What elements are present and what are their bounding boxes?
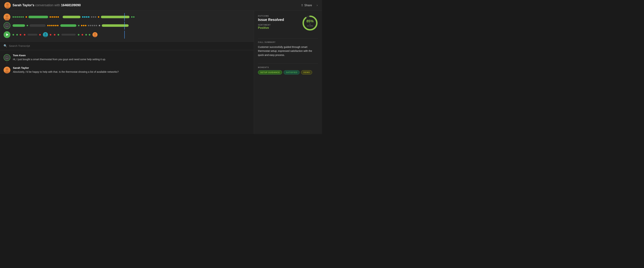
wf-dot bbox=[14, 16, 16, 18]
wf-dot bbox=[94, 25, 95, 26]
wf-dot bbox=[88, 16, 90, 18]
wf-dot bbox=[83, 25, 84, 26]
wf-dot bbox=[92, 25, 93, 26]
ai-score-percent: 85% bbox=[306, 19, 314, 23]
transcript: 🎧 Tom Keen Hi, I just bought a smart the… bbox=[0, 50, 254, 134]
header-title: Sarah Taylor's conversation with 1646810… bbox=[12, 3, 81, 7]
wf-dot bbox=[91, 16, 92, 18]
wf-dot bbox=[98, 16, 99, 18]
chevron-right-icon: › bbox=[317, 3, 318, 7]
wf-dot bbox=[99, 25, 100, 26]
wf-dot bbox=[56, 16, 57, 18]
wf-dot bbox=[52, 16, 53, 18]
timeline-dot bbox=[78, 34, 80, 35]
search-bar: 🔍 bbox=[0, 42, 254, 50]
wf-dot bbox=[84, 16, 86, 18]
wf-dot bbox=[54, 16, 55, 18]
wf-dot bbox=[85, 25, 86, 26]
waveform-section: 🎧 bbox=[0, 11, 254, 42]
wf-dot bbox=[58, 16, 59, 18]
timeline-dot bbox=[12, 34, 14, 35]
timeline-dots-row bbox=[12, 32, 250, 37]
share-button[interactable]: ⇧ Share bbox=[299, 2, 314, 8]
timeline-dot bbox=[16, 34, 18, 35]
share-label: Share bbox=[304, 4, 312, 7]
timeline-row bbox=[4, 31, 250, 39]
track-user-avatar bbox=[4, 13, 10, 20]
playhead-agent bbox=[124, 22, 125, 29]
outcome-text: OUTCOME Issue Resolved SENTIMENT Positiv… bbox=[258, 15, 284, 29]
entry-avatar-wrap-sarah bbox=[4, 66, 10, 74]
phone-number: 16468109090 bbox=[61, 3, 81, 7]
wf-bar bbox=[30, 24, 46, 27]
play-button[interactable] bbox=[4, 31, 10, 38]
wf-dot bbox=[26, 16, 27, 18]
outcome-label: OUTCOME bbox=[258, 15, 284, 17]
timeline-dot bbox=[58, 34, 59, 35]
timeline-avatar bbox=[43, 32, 48, 37]
moment-tag-demo[interactable]: DEMO bbox=[301, 70, 312, 74]
call-summary-section: CALL SUMMARY Customer successfully guide… bbox=[258, 41, 318, 57]
entry-content-sarah: Sarah Taylor Absolutely, I'd be happy to… bbox=[13, 66, 119, 74]
track-row-user bbox=[4, 13, 250, 20]
svg-point-4 bbox=[6, 15, 8, 17]
moments-label: MOMENTS bbox=[258, 66, 318, 68]
timeline-dot bbox=[85, 34, 87, 35]
playhead-timeline bbox=[124, 31, 125, 39]
wf-dot bbox=[50, 16, 51, 18]
wf-dot bbox=[133, 16, 134, 18]
track-row-agent: 🎧 bbox=[4, 22, 250, 29]
call-summary-label: CALL SUMMARY bbox=[258, 41, 318, 43]
wf-row-agent bbox=[12, 24, 250, 27]
timeline-user-avatar bbox=[92, 32, 98, 37]
user-avatar bbox=[4, 2, 11, 8]
timeline-dot bbox=[89, 34, 90, 35]
entry-content-tom: Tom Keen Hi, I just bought a smart therm… bbox=[13, 54, 106, 61]
main: 🎧 bbox=[0, 11, 322, 134]
wf-dot bbox=[96, 25, 97, 26]
timeline-dot-red bbox=[39, 34, 41, 35]
timeline-dot-red bbox=[54, 34, 56, 35]
with-text: conversation with bbox=[35, 3, 60, 7]
search-input[interactable] bbox=[9, 44, 250, 47]
wf-row-user bbox=[12, 16, 250, 18]
timeline-dot-red bbox=[50, 34, 51, 35]
wf-dot bbox=[12, 16, 14, 18]
moment-tag-satisfied[interactable]: SATISFIED bbox=[284, 70, 300, 74]
timeline-bar bbox=[28, 34, 38, 35]
entry-text-sarah: Absolutely, I'd be happy to help with th… bbox=[13, 70, 119, 74]
header: Sarah Taylor's conversation with 1646810… bbox=[0, 0, 322, 11]
thread-line bbox=[7, 62, 7, 63]
donut-center: 85% AI SCORE bbox=[306, 19, 314, 27]
moment-tag-setup[interactable]: SETUP GUIDANCE bbox=[258, 70, 282, 74]
outcome-section: OUTCOME Issue Resolved SENTIMENT Positiv… bbox=[258, 15, 318, 31]
speaker-name-sarah: Sarah Taylor bbox=[13, 66, 119, 69]
wf-dot bbox=[88, 25, 89, 26]
wf-dot bbox=[55, 25, 56, 26]
svg-point-1 bbox=[6, 3, 9, 6]
entry-avatar-user bbox=[4, 67, 10, 73]
track-content-user bbox=[12, 14, 250, 20]
timeline-dot-red bbox=[82, 34, 83, 35]
moments-tags: SETUP GUIDANCE SATISFIED DEMO bbox=[258, 70, 318, 74]
wf-dot bbox=[93, 16, 94, 18]
wf-bar bbox=[62, 16, 80, 18]
sentiment-label: SENTIMENT bbox=[258, 24, 284, 26]
entry-text-tom: Hi, I just bought a smart thermostat fro… bbox=[13, 57, 106, 61]
speaker-name-tom: Tom Keen bbox=[13, 54, 106, 57]
sentiment-value: Positive bbox=[258, 26, 284, 29]
wf-dot bbox=[86, 16, 88, 18]
wf-dot bbox=[81, 25, 82, 26]
wf-dot bbox=[90, 25, 91, 26]
timeline-bar bbox=[61, 34, 76, 35]
wf-bar bbox=[12, 24, 25, 27]
svg-point-7 bbox=[44, 33, 46, 35]
wf-dot bbox=[82, 16, 84, 18]
header-left: Sarah Taylor's conversation with 1646810… bbox=[4, 2, 81, 8]
track-content-agent bbox=[12, 23, 250, 28]
wf-dot bbox=[78, 25, 80, 26]
entry-avatar-agent: 🎧 bbox=[4, 54, 10, 61]
wf-dot bbox=[95, 16, 96, 18]
svg-point-10 bbox=[94, 33, 96, 35]
timeline-dot-red bbox=[24, 34, 26, 35]
